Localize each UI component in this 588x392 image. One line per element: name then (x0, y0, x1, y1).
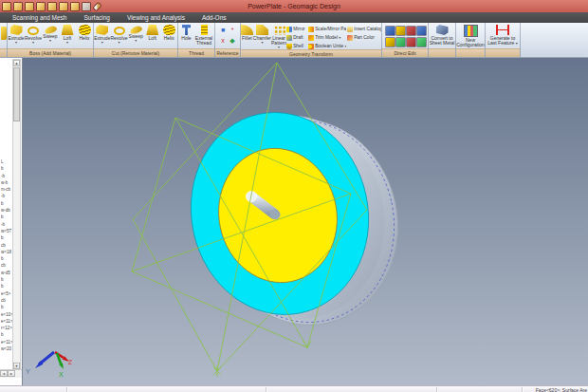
scroll-up-icon[interactable]: ▲ (13, 60, 20, 66)
hole-button[interactable]: Hole (179, 24, 194, 41)
dropdown-caret-icon[interactable]: ▾ (135, 39, 137, 42)
linear-pattern-icon (273, 25, 285, 35)
linear-pattern-button[interactable]: Linear Pattern ▾ (271, 24, 286, 48)
scale-mirror-part-button[interactable]: Scale/Mirror Part (308, 26, 346, 32)
cut-revolve-button[interactable]: Revolve ▾ (111, 24, 128, 44)
tab-surfacing[interactable]: Surfacing (77, 13, 116, 22)
tab-viewing-and-analysis[interactable]: Viewing and Analysis (120, 13, 192, 22)
mirror-button[interactable]: Mirror (286, 26, 307, 32)
group-label (486, 48, 520, 57)
move-face-icon[interactable] (385, 26, 395, 36)
scrollbar-thumb[interactable] (13, 67, 20, 121)
reference-axis-icon[interactable]: x (218, 36, 228, 47)
tree-horizontal-scrollbar[interactable]: ◂ ▸ (0, 369, 22, 378)
resize-fillet-icon[interactable] (385, 37, 395, 47)
loft-cut-icon (146, 25, 158, 35)
dropdown-caret-icon[interactable]: ▾ (278, 46, 280, 48)
revolve-cut-icon (114, 27, 125, 35)
dropdown-caret-icon[interactable]: ▾ (261, 41, 263, 44)
window-title: PowerPlate - Geomagic Design (0, 3, 588, 9)
offset-face-icon[interactable] (395, 26, 406, 36)
split-face-icon[interactable] (406, 37, 416, 47)
group-generate: Generate to Last Feature ▾ (486, 23, 520, 57)
status-divider (266, 387, 266, 392)
part-color-button[interactable]: Part Color (347, 34, 381, 41)
draft-icon (286, 35, 292, 41)
group-boss-add-material: Extrude ▾ Revolve ▾ Sweep ▾ Loft ▾ Helix (8, 23, 93, 57)
boss-helix-button[interactable]: Helix (76, 24, 93, 41)
group-direct-edit: Direct Edit (382, 23, 428, 57)
extrude-cut-icon (96, 25, 108, 35)
dropdown-caret-icon[interactable]: ▾ (32, 41, 34, 44)
scroll-down-icon[interactable]: ▼ (13, 363, 20, 369)
dropdown-caret-icon[interactable]: ▾ (15, 41, 17, 44)
replace-face-icon[interactable] (416, 26, 427, 36)
trim-model-button[interactable]: Trim Model ▾ (308, 34, 346, 41)
shell-button[interactable]: Shell (286, 43, 307, 49)
tab-scanning-and-mesh[interactable]: Scanning and Mesh (6, 13, 73, 22)
group-cut-remove-material: Extrude ▾ Revolve ▾ Sweep ▾ Loft Helix (94, 23, 177, 57)
cut-extrude-button[interactable]: Extrude ▾ (94, 24, 111, 44)
group-thread: Hole External Thread Thread (178, 23, 214, 57)
group-label: Reference (215, 48, 240, 57)
tree-vertical-scrollbar[interactable]: ▲ ▼ (12, 59, 21, 370)
draft-button[interactable]: Draft (286, 34, 307, 41)
reference-point-icon[interactable]: * (228, 26, 237, 36)
insert-catalog-button[interactable]: Insert Catalog ▾ (347, 26, 381, 32)
boss-revolve-button[interactable]: Revolve ▾ (25, 24, 42, 44)
heal-face-icon[interactable] (416, 37, 427, 47)
group-label (456, 48, 485, 57)
dropdown-caret-icon[interactable]: ▾ (516, 41, 518, 46)
reference-plane-icon[interactable]: ■ (218, 26, 228, 36)
delete-face-icon[interactable] (406, 26, 416, 36)
new-configuration-button[interactable]: New Configuration (458, 24, 484, 47)
cut-helix-button[interactable]: Helix (161, 24, 178, 41)
generate-to-last-feature-button[interactable]: Generate to Last Feature ▾ (487, 24, 519, 46)
group-label: Direct Edit (382, 48, 428, 57)
helix-cut-icon (163, 25, 175, 35)
group-label: Geometry Transform (241, 49, 381, 57)
status-divider (522, 387, 523, 392)
reference-coordinate-icon[interactable]: ◆ (228, 36, 237, 47)
cut-loft-button[interactable]: Loft (144, 24, 161, 41)
boolean-unite-icon (308, 44, 314, 49)
fillet-button[interactable]: Fillet (241, 24, 253, 41)
dropdown-caret-icon[interactable]: ▾ (66, 41, 68, 44)
trim-model-icon (308, 35, 314, 41)
cut-sweep-button[interactable]: Sweep ▾ (128, 24, 145, 42)
group-label: Thread (178, 48, 214, 57)
status-divider (436, 387, 437, 392)
generate-icon (496, 25, 509, 35)
ribbon-tab-bar: Scanning and Mesh Surfacing Viewing and … (0, 12, 588, 23)
boss-extrude-button[interactable]: Extrude ▾ (8, 24, 25, 44)
ribbon: Extrude ▾ Revolve ▾ Sweep ▾ Loft ▾ Helix (0, 23, 588, 58)
clipped-tool-icon[interactable] (1, 27, 7, 40)
convert-to-sheet-metal-button[interactable]: Convert to Sheet Metal (430, 24, 455, 46)
insert-catalog-icon (347, 27, 353, 32)
fillet-icon (241, 25, 253, 35)
3d-viewport[interactable]: Y Z X (23, 58, 588, 385)
boss-sweep-button[interactable]: Sweep ▾ (42, 24, 59, 42)
scroll-right-icon[interactable]: ▸ (8, 370, 15, 377)
group-label: Cut (Remove Material) (94, 48, 177, 57)
external-thread-button[interactable]: External Thread (194, 24, 214, 46)
boolean-unite-button[interactable]: Boolean Unite ▾ (308, 43, 346, 49)
tab-add-ons[interactable]: Add-Ons (195, 13, 233, 22)
clipped-group (0, 23, 7, 57)
dropdown-caret-icon[interactable]: ▾ (49, 39, 51, 42)
dropdown-caret-icon[interactable]: ▾ (345, 45, 347, 47)
resize-hole-icon[interactable] (395, 37, 406, 47)
status-divider (66, 387, 67, 392)
scroll-left-icon[interactable]: ◂ (0, 370, 8, 377)
dropdown-caret-icon[interactable]: ▾ (101, 41, 103, 44)
group-separator (520, 23, 521, 57)
group-geometry-transform: Fillet Chamfer ▾ Linear Pattern ▾ Mirror… (241, 23, 381, 57)
boss-loft-button[interactable]: Loft ▾ (59, 24, 76, 44)
group-configuration: New Configuration (456, 23, 485, 57)
z-axis-label: Z (68, 359, 73, 365)
hole-icon (182, 25, 191, 35)
chamfer-button[interactable]: Chamfer ▾ (253, 24, 271, 44)
dropdown-caret-icon[interactable]: ▾ (339, 36, 340, 39)
dropdown-caret-icon[interactable]: ▾ (118, 41, 119, 44)
x-axis-label: X (59, 371, 64, 378)
